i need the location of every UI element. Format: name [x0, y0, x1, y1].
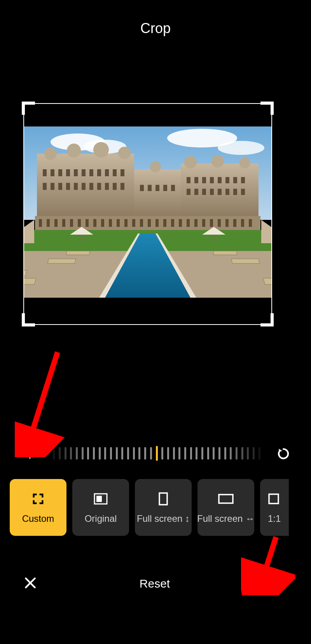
flip-horizontal-icon	[23, 447, 37, 461]
ruler-tick	[236, 447, 238, 460]
annotation-arrow-flip	[15, 348, 69, 457]
ruler-tick	[93, 447, 95, 460]
fullscreen-vertical-icon	[158, 491, 168, 507]
check-icon	[271, 574, 288, 591]
svg-rect-110	[159, 493, 167, 505]
ruler-tick	[213, 447, 215, 460]
ruler-tick	[127, 447, 129, 460]
ruler-tick	[87, 447, 89, 460]
ruler-tick	[138, 447, 140, 460]
ruler-tick	[99, 447, 101, 460]
ruler-tick	[70, 447, 72, 460]
ruler-tick	[184, 447, 186, 460]
ratio-original[interactable]: Original	[72, 479, 129, 536]
fullscreen-horizontal-icon	[218, 491, 234, 507]
ratio-one-one[interactable]: 1:1	[260, 479, 289, 536]
ratio-label: Custom	[22, 513, 54, 524]
ruler-tick	[218, 447, 220, 460]
cancel-button[interactable]	[23, 575, 38, 592]
ruler-tick	[201, 447, 203, 460]
crop-title: Crop	[140, 20, 171, 36]
rotate-90-button[interactable]	[272, 447, 295, 461]
ruler-tick	[196, 447, 197, 460]
ruler-tick	[104, 447, 106, 460]
ruler-tick	[156, 446, 158, 461]
ruler-tick	[167, 447, 169, 460]
flip-horizontal-button[interactable]	[19, 447, 41, 461]
ratio-custom[interactable]: Custom	[10, 479, 66, 536]
ruler-tick	[116, 447, 118, 460]
reset-button[interactable]: Reset	[140, 577, 170, 590]
ruler-tick	[173, 447, 175, 460]
ruler-tick	[259, 447, 260, 460]
rotation-row	[0, 442, 311, 465]
rotate-icon	[276, 447, 290, 461]
crop-handle-bottom-right[interactable]	[260, 313, 274, 326]
rotation-ruler[interactable]	[48, 445, 265, 463]
ruler-tick	[133, 447, 135, 460]
ratio-label: Original	[85, 513, 117, 524]
original-ratio-icon	[94, 491, 108, 507]
svg-rect-112	[269, 494, 278, 504]
page-title: Crop	[0, 20, 311, 37]
svg-rect-107	[30, 449, 30, 459]
crop-handle-bottom-left[interactable]	[22, 313, 35, 326]
crop-border	[23, 103, 272, 325]
ruler-tick	[264, 447, 266, 460]
ruler-tick	[110, 447, 112, 460]
ruler-tick	[190, 447, 192, 460]
custom-crop-icon	[31, 491, 45, 507]
svg-rect-109	[96, 496, 102, 502]
close-icon	[23, 575, 38, 591]
ratio-label: Full screen ↔	[197, 513, 255, 524]
ruler-tick	[82, 447, 84, 460]
ruler-tick	[178, 447, 180, 460]
ruler-tick	[241, 447, 243, 460]
ruler-tick	[144, 447, 146, 460]
ruler-tick	[53, 447, 55, 460]
ruler-tick	[121, 447, 123, 460]
ruler-tick	[48, 447, 49, 460]
ruler-tick	[207, 447, 209, 460]
ratio-fullscreen-vertical[interactable]: Full screen ↕	[135, 479, 192, 536]
ruler-tick	[253, 447, 255, 460]
reset-label: Reset	[140, 577, 170, 590]
svg-line-113	[30, 352, 58, 438]
crop-handle-top-left[interactable]	[22, 102, 35, 115]
ratio-label: Full screen ↕	[137, 513, 190, 524]
confirm-button[interactable]	[271, 574, 288, 593]
ruler-tick	[247, 447, 249, 460]
ruler-tick	[150, 447, 152, 460]
crop-handle-top-right[interactable]	[260, 102, 274, 115]
crop-frame[interactable]	[23, 103, 272, 325]
ratio-label: 1:1	[268, 513, 281, 524]
ruler-tick	[65, 447, 66, 460]
ratio-fullscreen-horizontal[interactable]: Full screen ↔	[197, 479, 254, 536]
ruler-tick	[59, 447, 61, 460]
ruler-tick	[230, 447, 232, 460]
svg-rect-111	[219, 495, 233, 503]
aspect-ratio-strip[interactable]: Custom Original Full screen ↕ Full scree…	[10, 479, 311, 536]
bottom-action-bar: Reset	[0, 568, 311, 599]
ruler-tick	[76, 447, 78, 460]
ruler-tick	[161, 447, 163, 460]
square-ratio-icon	[268, 491, 280, 507]
ruler-tick	[224, 447, 226, 460]
